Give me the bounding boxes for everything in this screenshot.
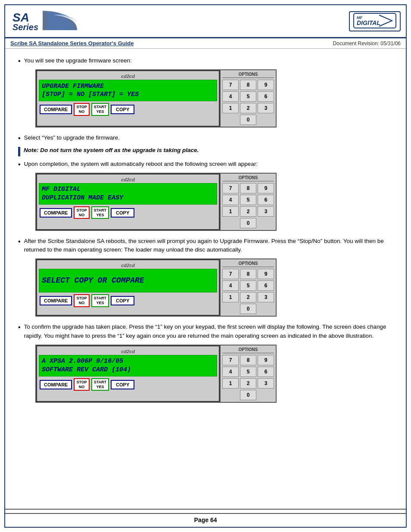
s2-opt-btn-5[interactable]: 5 bbox=[240, 195, 256, 205]
note-text: Note: Do not turn the system off as the … bbox=[24, 146, 199, 155]
bullet-item-3: • Upon completion, the system will autom… bbox=[18, 160, 393, 168]
opt-btn-2[interactable]: 2 bbox=[240, 103, 256, 113]
screen2-stop-btn[interactable]: STOP NO bbox=[74, 206, 89, 219]
s2-opt-btn-7[interactable]: 7 bbox=[222, 183, 239, 193]
screen1-options: OPTIONS 7 8 9 4 5 6 1 2 3 0 bbox=[220, 70, 276, 127]
s2-opt-btn-6[interactable]: 6 bbox=[258, 195, 274, 205]
s3-opt-btn-6[interactable]: 6 bbox=[258, 280, 274, 291]
opt-btn-4[interactable]: 4 bbox=[222, 91, 239, 102]
s4-opt-btn-3[interactable]: 3 bbox=[258, 378, 274, 389]
opt-btn-8[interactable]: 8 bbox=[240, 80, 256, 90]
s4-opt-btn-5[interactable]: 5 bbox=[240, 367, 256, 377]
note-bar bbox=[18, 147, 20, 156]
screen2-options-label: OPTIONS bbox=[222, 175, 274, 181]
screen3-display: SELECT COPY OR COMPARE bbox=[39, 269, 217, 292]
screen1-buttons: COMPARE STOP NO START YES COPY bbox=[39, 101, 217, 118]
screen4-stop-btn[interactable]: STOP NO bbox=[74, 378, 89, 391]
s4-opt-btn-0[interactable]: 0 bbox=[240, 390, 256, 400]
svg-text:Series: Series bbox=[12, 22, 38, 32]
screen3-stop-line1: STOP bbox=[76, 296, 87, 300]
header-subtitle: Scribe SA Standalone Series Operator's G… bbox=[5, 38, 406, 49]
screen1-start-btn[interactable]: START YES bbox=[91, 103, 109, 116]
s3-opt-btn-4[interactable]: 4 bbox=[222, 280, 239, 291]
screen2-options-grid: 7 8 9 4 5 6 1 2 3 0 bbox=[222, 183, 274, 228]
screen3-compare-btn[interactable]: COMPARE bbox=[40, 296, 72, 305]
screen4-compare-btn[interactable]: COMPARE bbox=[40, 380, 72, 389]
s4-opt-btn-4[interactable]: 4 bbox=[222, 367, 239, 377]
s2-opt-btn-1[interactable]: 1 bbox=[222, 206, 239, 217]
opt-btn-3[interactable]: 3 bbox=[258, 103, 274, 113]
screen1-line1: UPGRADE FIRMWARE bbox=[42, 82, 214, 91]
screen3-copy-btn[interactable]: COPY bbox=[111, 296, 134, 305]
s2-opt-btn-8[interactable]: 8 bbox=[240, 183, 256, 193]
sa-series-logo: SA Series bbox=[10, 9, 79, 34]
s4-opt-btn-6[interactable]: 6 bbox=[258, 367, 274, 377]
screen2-start-btn[interactable]: START YES bbox=[91, 206, 109, 219]
bullet-text-2: Select “Yes” to upgrade the firmware. bbox=[24, 134, 120, 142]
s2-opt-btn-0[interactable]: 0 bbox=[240, 218, 256, 228]
s2-opt-btn-4[interactable]: 4 bbox=[222, 195, 239, 205]
screen1-options-label: OPTIONS bbox=[222, 72, 274, 78]
screen4-copy-btn[interactable]: COPY bbox=[111, 380, 134, 389]
screen4-cd2cd: cd2cd bbox=[121, 349, 135, 354]
screen4-buttons: COMPARE STOP NO START YES COPY bbox=[39, 376, 217, 393]
screen1-start-line1: START bbox=[94, 105, 106, 109]
screen1-wrapper: cd2cd UPGRADE FIRMWARE [STOP] = NO [STAR… bbox=[35, 69, 393, 128]
main-content: • You will see the upgrade firmware scre… bbox=[5, 49, 406, 509]
screen4-options-grid: 7 8 9 4 5 6 1 2 3 0 bbox=[222, 355, 274, 400]
screen2-compare-btn[interactable]: COMPARE bbox=[40, 208, 72, 218]
screen3-stop-btn[interactable]: STOP NO bbox=[74, 294, 89, 307]
opt-btn-1[interactable]: 1 bbox=[222, 103, 239, 113]
s3-opt-btn-5[interactable]: 5 bbox=[240, 280, 256, 291]
opt-btn-6[interactable]: 6 bbox=[258, 91, 274, 102]
s3-opt-btn-1[interactable]: 1 bbox=[222, 292, 239, 302]
s4-opt-btn-8[interactable]: 8 bbox=[240, 355, 256, 365]
s3-opt-btn-8[interactable]: 8 bbox=[240, 269, 256, 279]
screen1-logo: cd2cd bbox=[39, 73, 217, 80]
screen4: cd2cd A XPSA 2.006P 9/16/05 SOFTWARE REV… bbox=[35, 345, 277, 403]
sa-text-logo: SA Series bbox=[10, 9, 79, 34]
screen2-start-line2: YES bbox=[96, 213, 104, 217]
mf-digital-logo: MF DIGITAL bbox=[349, 11, 401, 31]
screen2-cd2cd: cd2cd bbox=[121, 177, 135, 182]
opt-btn-7[interactable]: 7 bbox=[222, 80, 239, 90]
header: SA Series MF DIGITAL bbox=[5, 5, 406, 38]
screen2-display: mf digital duplication made easy bbox=[39, 183, 217, 205]
s4-opt-btn-7[interactable]: 7 bbox=[222, 355, 239, 365]
opt-btn-5[interactable]: 5 bbox=[240, 91, 256, 102]
screen1-start-line2: YES bbox=[96, 109, 104, 114]
screen3-logo: cd2cd bbox=[39, 262, 217, 269]
s2-opt-btn-9[interactable]: 9 bbox=[258, 183, 274, 193]
s2-opt-btn-2[interactable]: 2 bbox=[240, 206, 256, 217]
screen4-logo: cd2cd bbox=[39, 348, 217, 355]
screen4-start-btn[interactable]: START YES bbox=[91, 378, 109, 391]
s3-opt-btn-2[interactable]: 2 bbox=[240, 292, 256, 302]
opt-btn-9[interactable]: 9 bbox=[258, 80, 274, 90]
screen4-stop-line2: NO bbox=[79, 385, 85, 389]
screen4-display: A XPSA 2.006P 9/16/05 SOFTWARE REV CARD … bbox=[39, 355, 217, 376]
s4-opt-btn-2[interactable]: 2 bbox=[240, 378, 256, 389]
bullet-item-4: • After the Scribe Standalone SA reboots… bbox=[18, 237, 393, 255]
screen1-stop-btn[interactable]: STOP NO bbox=[74, 103, 89, 116]
opt-btn-0[interactable]: 0 bbox=[240, 115, 256, 125]
screen2-copy-btn[interactable]: COPY bbox=[111, 208, 134, 218]
s3-opt-btn-3[interactable]: 3 bbox=[258, 292, 274, 302]
bullet-dot-2: • bbox=[18, 134, 21, 142]
screen1-stop-line2: NO bbox=[79, 109, 85, 114]
screen2-line1: mf digital bbox=[42, 185, 214, 194]
s3-opt-btn-7[interactable]: 7 bbox=[222, 269, 239, 279]
screen3-start-line2: YES bbox=[96, 301, 104, 305]
bullet-dot-3: • bbox=[18, 161, 21, 168]
screen1-copy-btn[interactable]: COPY bbox=[111, 105, 134, 114]
screen4-line1: A XPSA 2.006P 9/16/05 bbox=[42, 357, 214, 366]
s2-opt-btn-3[interactable]: 3 bbox=[258, 206, 274, 217]
s4-opt-btn-1[interactable]: 1 bbox=[222, 378, 239, 389]
s3-opt-btn-9[interactable]: 9 bbox=[258, 269, 274, 279]
s3-opt-btn-0[interactable]: 0 bbox=[240, 304, 256, 314]
screen1-compare-btn[interactable]: COMPARE bbox=[40, 105, 72, 114]
screen3-start-btn[interactable]: START YES bbox=[91, 294, 109, 307]
screen3-options: OPTIONS 7 8 9 4 5 6 1 2 3 0 bbox=[220, 259, 276, 316]
bullet-text-5: To confirm the upgrade has taken place. … bbox=[24, 323, 393, 340]
s4-opt-btn-9[interactable]: 9 bbox=[258, 355, 274, 365]
screen1-cd2cd: cd2cd bbox=[121, 74, 135, 79]
